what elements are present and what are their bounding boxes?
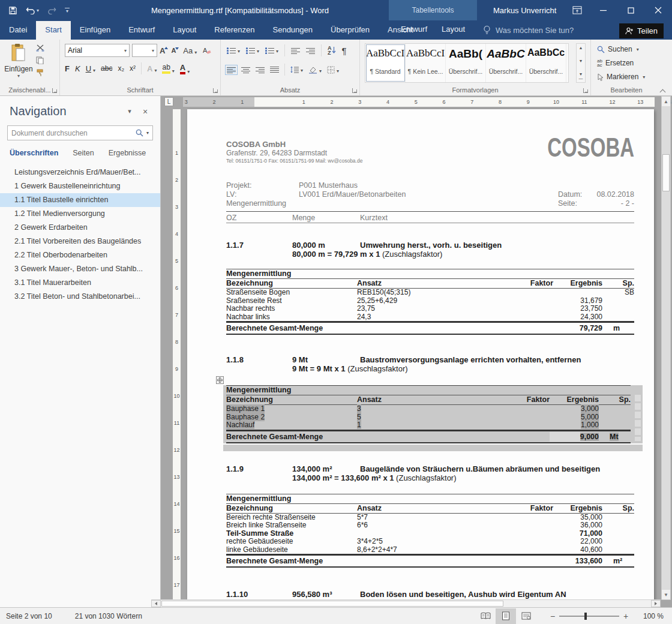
font-size-combo[interactable]: ▾: [132, 44, 157, 57]
ribbon-tab[interactable]: Layout: [164, 21, 205, 40]
styles-more-icon[interactable]: ▼―: [579, 72, 583, 80]
shading-icon[interactable]: ▾: [308, 66, 322, 74]
navigation-tab[interactable]: Überschriften: [10, 149, 58, 157]
close-button[interactable]: [644, 0, 672, 20]
mengenermittlung-table-2-selected[interactable]: Mengenermittlung BezeichnungAnsatz Fakto…: [226, 385, 631, 443]
print-layout-icon[interactable]: [496, 608, 516, 624]
scroll-down-icon[interactable]: ▼: [662, 590, 670, 599]
italic-button[interactable]: K: [75, 64, 80, 73]
multilevel-list-icon[interactable]: ▾: [265, 47, 278, 54]
navigation-heading-item[interactable]: 2.2 Titel Oberbodenarbeiten: [0, 248, 160, 262]
scroll-up-icon[interactable]: ▲: [662, 97, 670, 106]
ribbon-tab[interactable]: Überprüfen: [322, 21, 379, 40]
maximize-button[interactable]: [617, 0, 644, 20]
align-left-icon[interactable]: [227, 67, 236, 73]
contextual-ribbon-tab[interactable]: Entwurf: [394, 20, 434, 40]
table-row[interactable]: Teil-Summe Straße 71,000: [226, 530, 634, 538]
collapse-ribbon-icon[interactable]: [660, 89, 666, 93]
borders-icon[interactable]: ▾: [327, 66, 339, 74]
section-1-1-8[interactable]: 1.1.8 9 Mt Baustromversorgungsanlage err…: [226, 355, 634, 373]
align-right-icon[interactable]: [256, 67, 265, 73]
navigation-tab[interactable]: Ergebnisse: [109, 149, 146, 157]
table-row[interactable]: Nachbar rechts 23,75 23,750: [226, 305, 634, 313]
navigation-heading-item[interactable]: 3.1 Titel Mauerarbeiten: [0, 276, 160, 290]
highlight-color-icon[interactable]: ab: [162, 63, 170, 74]
table-row[interactable]: Nachbar links 24,3 24,300: [226, 313, 634, 322]
word-count[interactable]: 21 von 1030 Wörtern: [75, 612, 142, 620]
user-account[interactable]: Markus Unverricht: [493, 0, 556, 20]
navigation-heading-item[interactable]: 1.2 Titel Medienversorgung: [0, 207, 160, 221]
zoom-in-icon[interactable]: +: [619, 611, 632, 621]
table-row[interactable]: Breich linke Straßenseite 6*6 36,000: [226, 521, 634, 530]
bold-button[interactable]: F: [65, 64, 70, 73]
clipboard-dialog-launcher-icon[interactable]: [52, 88, 57, 93]
style-card[interactable]: AaBbCcI ¶ Standard: [365, 44, 406, 82]
table-row[interactable]: Nachlauf 1 1,000: [226, 421, 631, 430]
decrease-indent-icon[interactable]: [291, 47, 300, 54]
scroll-right-icon[interactable]: [651, 600, 661, 607]
scroll-left-icon[interactable]: [151, 600, 161, 607]
text-effects-icon[interactable]: A: [147, 64, 152, 73]
change-case-icon[interactable]: Aa▾: [183, 46, 197, 55]
customize-qat-icon[interactable]: ▾: [65, 8, 70, 13]
web-layout-icon[interactable]: [516, 608, 536, 624]
search-icon[interactable]: [136, 129, 143, 137]
line-spacing-icon[interactable]: ▾: [290, 66, 303, 73]
shrink-font-icon[interactable]: A: [171, 47, 176, 54]
navigation-tab[interactable]: Seiten: [73, 149, 94, 157]
navigation-heading-item[interactable]: 1 Gewerk Baustelleneinrichtung: [0, 179, 160, 193]
table-row[interactable]: linke Gebäudeseite 8,6+2*2+4*7 40,600: [226, 546, 634, 554]
section-1-1-10[interactable]: 1.1.10 956,580 m³ Boden lösen und beseit…: [226, 590, 634, 599]
copy-icon[interactable]: [36, 56, 44, 64]
vertical-scroll-thumb[interactable]: [662, 154, 670, 191]
undo-icon[interactable]: ▾: [26, 6, 39, 14]
navigation-heading-item[interactable]: 1.1 Titel Baustelle einrichten: [0, 193, 160, 207]
sort-icon[interactable]: AZ: [328, 46, 336, 55]
cut-icon[interactable]: [36, 44, 44, 52]
select-button[interactable]: Markieren▾: [597, 73, 645, 81]
styles-scroll-down-icon[interactable]: ▼: [579, 59, 583, 63]
show-formatting-marks-icon[interactable]: ¶: [342, 46, 347, 56]
font-color-icon[interactable]: A: [180, 63, 185, 74]
zoom-level[interactable]: 100 %: [632, 612, 664, 620]
navigation-heading-item[interactable]: Leistungsverzeichnis Erd/Mauer/Bet...: [0, 166, 160, 179]
table-row[interactable]: Bauphase 2 5 5,000: [226, 413, 631, 422]
table-row[interactable]: rechte Gebäudeseite 3*4+2*5 22,000: [226, 538, 634, 546]
zoom-slider-thumb[interactable]: [584, 613, 587, 620]
replace-button[interactable]: abac Ersetzen: [597, 59, 634, 67]
table-row[interactable]: Bereich rechte Straßenseite 5*7 35,000: [226, 514, 634, 522]
minimize-button[interactable]: [589, 0, 617, 20]
read-mode-icon[interactable]: [475, 608, 496, 624]
horizontal-ruler[interactable]: L 321 1234567891011121314151617: [161, 96, 672, 108]
increase-indent-icon[interactable]: [306, 47, 315, 54]
style-card[interactable]: AaBb( Überschrif...: [446, 44, 486, 82]
undo-caret-icon[interactable]: ▾: [37, 8, 39, 13]
search-input[interactable]: [8, 129, 132, 137]
document-search-box[interactable]: ▾: [7, 125, 153, 140]
bullets-icon[interactable]: ▾: [227, 47, 240, 54]
horizontal-scroll-thumb[interactable]: [161, 601, 503, 607]
table-row[interactable]: Bauphase 1 3 3,000: [226, 405, 631, 413]
format-painter-icon[interactable]: [36, 69, 44, 77]
paragraph-dialog-launcher-icon[interactable]: [352, 88, 357, 93]
navigation-heading-item[interactable]: 2 Gewerk Erdarbeiten: [0, 221, 160, 235]
style-card[interactable]: AaBbCcI ¶ Kein Lee...: [406, 44, 446, 82]
ribbon-tab[interactable]: Start: [36, 21, 70, 40]
tell-me-box[interactable]: Was möchten Sie tun?: [483, 20, 574, 40]
zoom-out-icon[interactable]: −: [546, 611, 559, 621]
zoom-slider[interactable]: [559, 616, 619, 617]
section-1-1-9[interactable]: 1.1.9 134,000 m² Baugelände von Sträuche…: [226, 464, 634, 482]
align-center-icon[interactable]: [241, 67, 250, 73]
search-options-caret-icon[interactable]: ▾: [146, 130, 149, 136]
ribbon-tab[interactable]: Sendungen: [264, 21, 322, 40]
ribbon-display-options-icon[interactable]: [565, 0, 589, 20]
vertical-ruler[interactable]: 1234567891011121314151617: [173, 109, 181, 599]
table-row[interactable]: Straßenseite Bogen REB150(45;315) SB: [226, 289, 634, 297]
mengenermittlung-table-3[interactable]: Mengenermittlung BezeichnungAnsatz Fakto…: [226, 494, 634, 568]
contextual-ribbon-tab[interactable]: Layout: [434, 20, 472, 40]
font-dialog-launcher-icon[interactable]: [213, 88, 218, 93]
styles-scroll-up-icon[interactable]: ▲: [579, 46, 583, 50]
navigation-options-icon[interactable]: ▾: [122, 107, 137, 115]
ribbon-tab[interactable]: Entwurf: [119, 21, 164, 40]
style-card[interactable]: AaBbC Überschrif...: [486, 44, 526, 82]
